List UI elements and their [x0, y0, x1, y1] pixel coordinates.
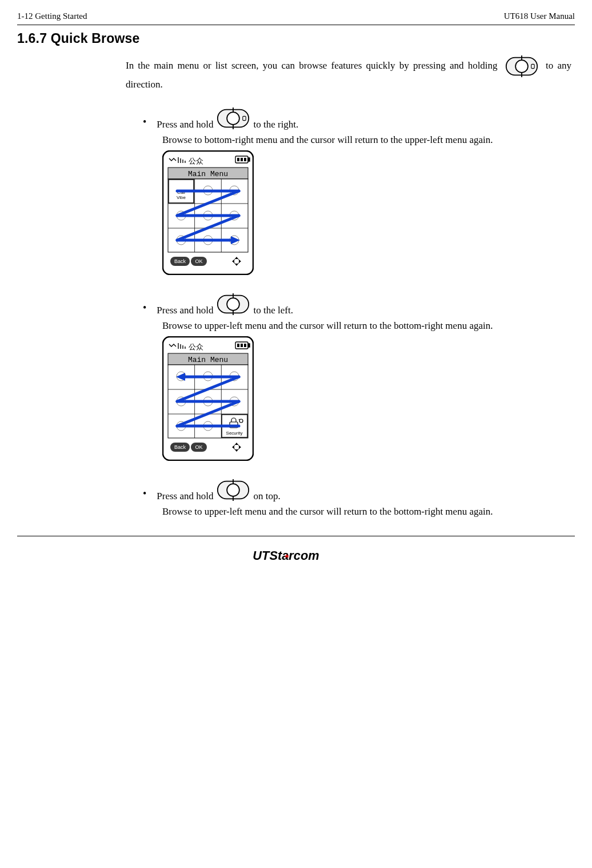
- bullet-marker: •: [143, 302, 146, 316]
- brand-rest: Starcom: [269, 548, 319, 563]
- softkey-back-2: Back: [174, 444, 186, 450]
- svg-point-1: [515, 60, 528, 73]
- figure1-title: Main Menu: [188, 170, 228, 178]
- svg-rect-15: [241, 158, 243, 161]
- svg-rect-13: [248, 158, 250, 161]
- nav-key-icon: [213, 292, 253, 316]
- svg-rect-14: [237, 158, 239, 161]
- bullet1-trail: to the right.: [253, 119, 298, 130]
- figure2-title: Main Menu: [188, 356, 228, 364]
- bullet3-lead: Press and hold: [157, 491, 213, 502]
- bullet2-desc: Browse to upper-left menu and the cursor…: [162, 320, 571, 333]
- svg-text:公众: 公众: [189, 343, 203, 351]
- figure1-tl-label-2: Vibe: [177, 195, 186, 200]
- svg-point-42: [227, 298, 240, 310]
- page-header: 1-12 Getting Started UT618 User Manual: [17, 11, 575, 21]
- brand-prefix: UT: [253, 548, 270, 563]
- bullet-marker: •: [143, 117, 146, 130]
- svg-text:公众: 公众: [189, 157, 203, 165]
- softkey-ok-2: OK: [195, 444, 202, 450]
- svg-point-80: [227, 484, 240, 496]
- bullet-item-1: • Press and hold to the right. Browse to…: [143, 106, 571, 277]
- body-content: In the main menu or list screen, you can…: [126, 54, 571, 519]
- header-right: UT618 User Manual: [504, 11, 575, 21]
- bullet2-lead: Press and hold: [157, 305, 213, 316]
- svg-rect-48: [248, 344, 250, 347]
- nav-key-icon: [213, 106, 253, 130]
- footer-logo: UTStarcom: [17, 544, 575, 570]
- bullet3-trail: on top.: [253, 491, 280, 502]
- figure2-br-label: Security: [226, 431, 243, 436]
- top-rule: [17, 25, 575, 25]
- nav-key-icon: [213, 478, 253, 502]
- bullet-item-3: • Press and hold on top. Browse to upper…: [143, 478, 571, 519]
- svg-rect-50: [241, 344, 243, 347]
- section-heading: 1.6.7 Quick Browse: [17, 31, 575, 46]
- bullet1-desc: Browse to bottom-right menu and the curs…: [162, 134, 571, 147]
- bottom-rule: [17, 536, 575, 536]
- intro-paragraph: In the main menu or list screen, you can…: [126, 54, 571, 91]
- bullet1-lead: Press and hold: [157, 119, 213, 130]
- svg-rect-16: [244, 158, 246, 161]
- bullet2-trail: to the left.: [253, 305, 293, 316]
- softkey-back-1: Back: [174, 258, 186, 264]
- svg-rect-51: [244, 344, 246, 347]
- svg-point-6: [227, 112, 240, 125]
- bullet3-desc: Browse to upper-left menu and the cursor…: [162, 505, 571, 519]
- phone-figure-1: 公众 Main Menu: [162, 150, 571, 277]
- bullet-marker: •: [143, 488, 146, 502]
- phone-figure-2: 公众 Main Menu: [162, 336, 571, 463]
- svg-rect-49: [237, 344, 239, 347]
- nav-key-icon: [502, 54, 542, 78]
- header-left: 1-12 Getting Started: [17, 11, 87, 21]
- softkey-ok-1: OK: [195, 258, 202, 264]
- bullet-item-2: • Press and hold to the left. Browse to …: [143, 292, 571, 463]
- intro-text-before: In the main menu or list screen, you can…: [126, 60, 502, 71]
